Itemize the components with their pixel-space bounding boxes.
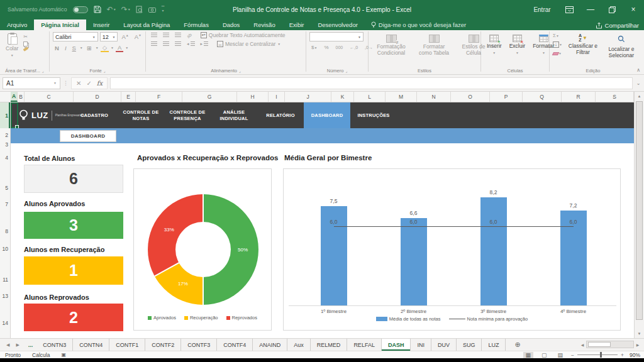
bold-icon[interactable]: N: [53, 44, 61, 52]
column-header-R[interactable]: R: [562, 92, 596, 102]
alignment-dialog-launcher[interactable]: ⌟: [239, 69, 241, 73]
tab-exibir[interactable]: Exibir: [282, 19, 311, 30]
nav-item-instru-es[interactable]: INSTRUÇÕES: [350, 102, 397, 128]
nav-item-relat-rio[interactable]: RELATÓRIO: [257, 102, 304, 128]
nav-item-cadastro[interactable]: CADASTRO: [71, 102, 118, 128]
new-sheet-button[interactable]: ⊕: [506, 339, 529, 351]
column-header-M[interactable]: M: [386, 92, 417, 102]
shrink-font-icon[interactable]: A▼: [133, 33, 143, 41]
print-preview-icon[interactable]: [136, 6, 143, 13]
formula-input[interactable]: [110, 77, 633, 89]
collapse-ribbon-icon[interactable]: ∧: [636, 67, 640, 73]
row-header-8[interactable]: 8: [1, 228, 8, 234]
close-button[interactable]: ×: [623, 0, 644, 19]
sheet-tab-contf2[interactable]: CONTF2: [145, 339, 181, 351]
sheet-tab-sug[interactable]: SUG: [457, 339, 482, 351]
row-header-10[interactable]: 10: [1, 246, 8, 252]
sheet-tab-contn3[interactable]: CONTN3: [36, 339, 73, 351]
find-select-button[interactable]: Localizar e Selecionar: [604, 33, 639, 60]
fill-icon[interactable]: ↓▼: [553, 41, 562, 48]
font-color-icon[interactable]: A: [116, 43, 123, 52]
share-button[interactable]: Compartilhar: [596, 22, 639, 29]
sheet-nav-left-icon[interactable]: ◀: [6, 343, 9, 348]
tell-me-box[interactable]: Diga-me o que você deseja fazer: [365, 19, 472, 30]
legend-item-recupera-o[interactable]: Recuperação: [184, 315, 218, 321]
increase-decimal-icon[interactable]: ←,0: [348, 45, 360, 50]
sheet-tab-ini[interactable]: INI: [411, 339, 431, 351]
sheet-canvas[interactable]: LUZ Planilhas Empresariais CADASTROCONTR…: [11, 102, 634, 338]
clipboard-dialog-launcher[interactable]: ⌟: [42, 69, 44, 73]
tab-pagina-inicial[interactable]: Página Inicial: [34, 19, 86, 30]
orientation-icon[interactable]: ab: [184, 30, 194, 40]
fill-color-caret-icon[interactable]: ▼: [111, 46, 114, 50]
name-box[interactable]: A1▼: [3, 77, 60, 89]
bar-2-bimestre[interactable]: [401, 218, 427, 305]
row-header-1[interactable]: 1: [1, 112, 8, 119]
tab-formulas[interactable]: Fórmulas: [177, 19, 216, 30]
column-header-G[interactable]: G: [182, 92, 237, 102]
tab-arquivo[interactable]: Arquivo: [0, 19, 34, 30]
delete-cells-button[interactable]: × Excluir ▼: [507, 33, 528, 56]
hscroll-right-icon[interactable]: ▶: [634, 343, 641, 347]
column-header-O[interactable]: O: [451, 92, 490, 102]
donut-chart[interactable]: 50%17%33% AprovadosRecuperaçãoReprovados: [133, 168, 272, 331]
row-header-11[interactable]: 11: [1, 277, 8, 283]
ribbon-display-options-icon[interactable]: [558, 0, 580, 19]
font-name-select[interactable]: Calibri▼: [53, 32, 98, 41]
borders-icon[interactable]: ⊞: [85, 44, 94, 52]
column-header-H[interactable]: H: [237, 92, 269, 102]
autosave-toggle[interactable]: [73, 6, 88, 13]
legend-item-nota-m-nima-para-aprova-o[interactable]: Nota mínima para aprovação: [449, 316, 528, 322]
sheet-tab-contf1[interactable]: CONTF1: [109, 339, 145, 351]
redo-icon[interactable]: ↷▾: [121, 6, 130, 13]
row-header-3[interactable]: 3: [1, 141, 8, 148]
fill-color-icon[interactable]: ◇: [101, 43, 109, 52]
format-painter-icon[interactable]: [23, 48, 28, 50]
accounting-format-icon[interactable]: $▼: [309, 44, 319, 51]
underline-caret-icon[interactable]: ▼: [80, 46, 83, 50]
cut-icon[interactable]: ✂: [23, 34, 28, 40]
enter-icon[interactable]: ✓: [86, 80, 91, 87]
sheet-tab-luz[interactable]: LUZ: [482, 339, 506, 351]
save-icon[interactable]: [94, 6, 101, 13]
column-header-J[interactable]: J: [285, 92, 331, 102]
legend-item-m-dia-de-todas-as-notas[interactable]: Média de todas as notas: [376, 316, 441, 322]
minimize-button[interactable]: —: [580, 0, 601, 19]
column-header-P[interactable]: P: [490, 92, 523, 102]
tab-layout-da-pagina[interactable]: Layout da Página: [116, 19, 177, 30]
sheet-overflow-indicator[interactable]: ...: [25, 342, 37, 348]
column-header-S[interactable]: S: [596, 92, 634, 102]
borders-caret-icon[interactable]: ▼: [96, 46, 99, 50]
hscroll-left-icon[interactable]: ◀: [579, 343, 586, 347]
font-size-select[interactable]: 12▼: [100, 32, 118, 41]
scroll-up-icon[interactable]: ▲: [635, 92, 644, 101]
zoom-slider-thumb[interactable]: [600, 352, 602, 358]
column-header-K[interactable]: K: [331, 92, 354, 102]
column-header-L[interactable]: L: [354, 92, 386, 102]
restore-button[interactable]: [601, 0, 623, 19]
underline-icon[interactable]: S: [70, 44, 78, 52]
page-layout-view-icon[interactable]: ▢: [539, 352, 550, 358]
nav-item-an-lise-individual[interactable]: ANÁLISE INDIVIDUAL: [211, 102, 257, 128]
font-dialog-launcher[interactable]: ⌟: [104, 69, 106, 73]
align-right-icon[interactable]: [173, 41, 183, 47]
row-header-13[interactable]: 13: [1, 293, 8, 299]
sheet-tab-relmed[interactable]: RELMED: [311, 339, 348, 351]
normal-view-icon[interactable]: ▦: [523, 352, 534, 358]
zoom-in-icon[interactable]: +: [621, 352, 624, 358]
tab-dados[interactable]: Dados: [216, 19, 247, 30]
percent-style-icon[interactable]: %: [322, 44, 330, 51]
vertical-scroll-thumb[interactable]: [636, 101, 643, 320]
insert-function-icon[interactable]: fx: [97, 80, 103, 87]
number-format-select[interactable]: ▼: [309, 32, 364, 41]
number-dialog-launcher[interactable]: ⌟: [345, 69, 347, 73]
sheet-tab-aux[interactable]: Aux: [287, 339, 311, 351]
align-middle-icon[interactable]: [161, 32, 171, 38]
undo-icon[interactable]: ↶▾: [107, 6, 116, 13]
decrease-indent-icon[interactable]: ◂: [185, 41, 197, 47]
sheet-nav-right-icon[interactable]: ▶: [16, 343, 19, 348]
macro-record-icon[interactable]: ▣: [61, 352, 66, 358]
row-header-14[interactable]: 14: [1, 320, 8, 326]
horizontal-scrollbar[interactable]: ◀ ▶: [579, 340, 641, 349]
italic-icon[interactable]: I: [63, 44, 69, 52]
